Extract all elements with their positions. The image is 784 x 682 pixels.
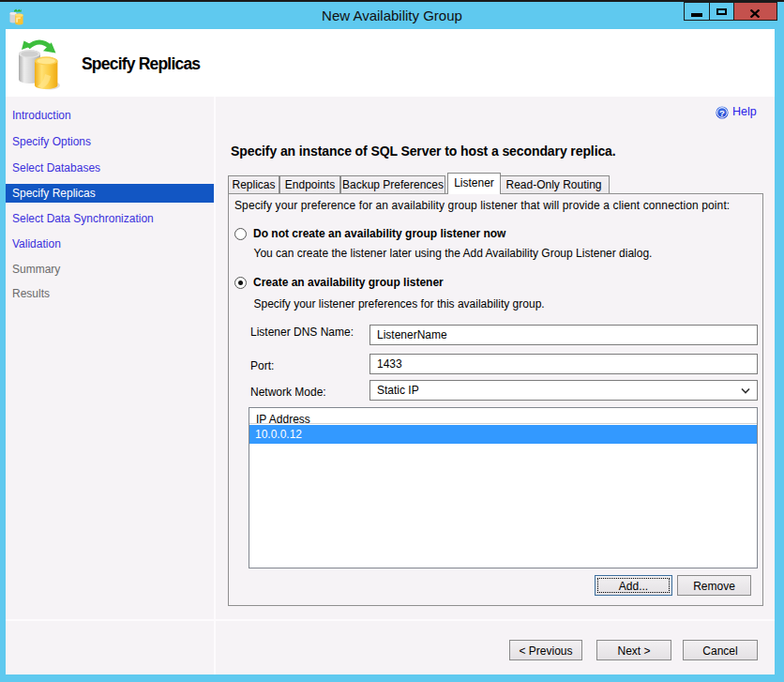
svg-text:?: ? xyxy=(719,108,725,118)
